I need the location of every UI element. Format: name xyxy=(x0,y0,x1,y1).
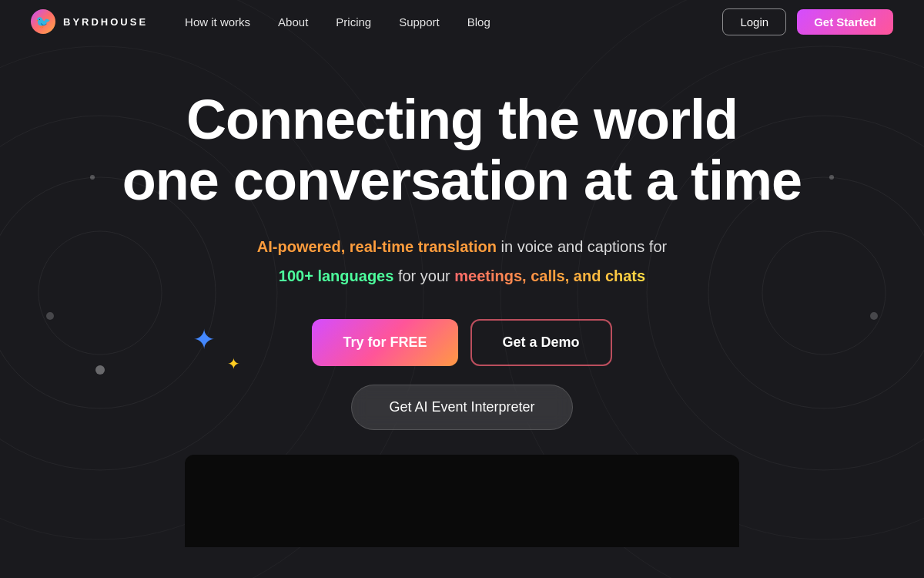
logo-text: BYRDHOUSE xyxy=(63,16,148,28)
logo: 🐦 BYRDHOUSE xyxy=(31,9,148,34)
cta-buttons: Try for FREE Get a Demo xyxy=(312,319,611,366)
subtitle-highlight-languages: 100+ languages xyxy=(279,267,394,284)
subtitle-text-2: for your xyxy=(398,267,454,284)
nav-right: Login Get Started xyxy=(722,8,893,35)
hero-title-line2: one conversation at a time xyxy=(122,150,802,211)
subtitle-text-1: in voice and captions for xyxy=(501,238,668,255)
sparkle-blue-icon: ✦ xyxy=(192,324,216,356)
nav-how-it-works[interactable]: How it works xyxy=(185,15,250,29)
nav-about[interactable]: About xyxy=(278,15,308,29)
subtitle-highlight-translation: AI-powered, real-time translation xyxy=(257,238,497,255)
subtitle-highlight-platforms: meetings, calls, and chats xyxy=(454,267,645,284)
get-started-button[interactable]: Get Started xyxy=(797,9,893,35)
nav-blog[interactable]: Blog xyxy=(467,15,490,29)
nav-links: How it works About Pricing Support Blog xyxy=(185,15,722,29)
nav-support[interactable]: Support xyxy=(399,15,440,29)
hero-subtitle2: 100+ languages for your meetings, calls,… xyxy=(279,264,645,288)
hero-title-line1: Connecting the world xyxy=(186,89,738,150)
navbar: 🐦 BYRDHOUSE How it works About Pricing S… xyxy=(0,0,924,43)
login-button[interactable]: Login xyxy=(722,8,786,35)
sparkle-yellow-icon: ✦ xyxy=(227,355,240,373)
get-demo-button[interactable]: Get a Demo xyxy=(470,319,612,366)
try-free-button[interactable]: Try for FREE xyxy=(312,319,457,366)
hero-section: Connecting the world one conversation at… xyxy=(0,43,924,455)
video-placeholder xyxy=(185,455,739,547)
logo-icon: 🐦 xyxy=(31,9,55,34)
hero-subtitle: AI-powered, real-time translation in voi… xyxy=(257,234,667,259)
event-interpreter-button[interactable]: Get AI Event Interpreter xyxy=(351,385,572,430)
nav-pricing[interactable]: Pricing xyxy=(336,15,371,29)
